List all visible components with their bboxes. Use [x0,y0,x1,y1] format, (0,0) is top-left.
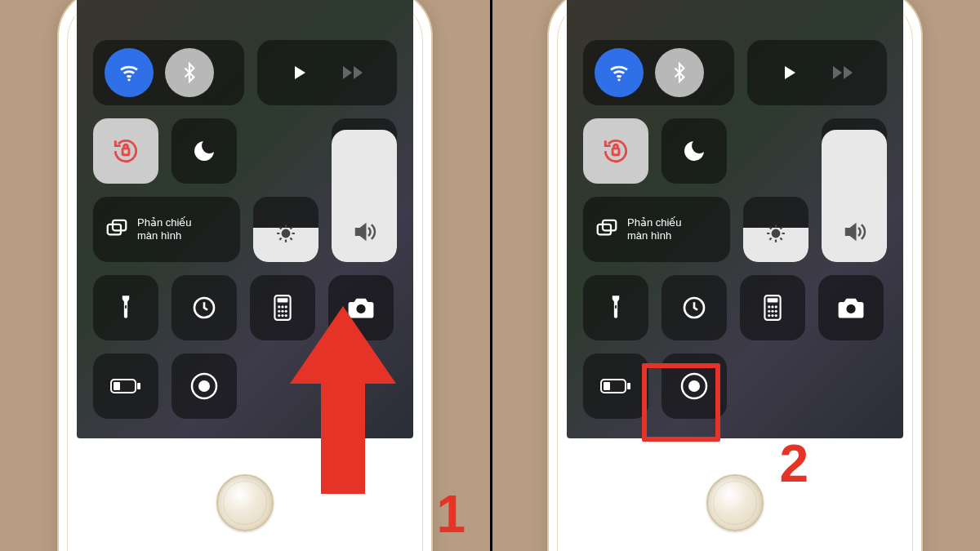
svg-point-33 [768,305,770,308]
calculator-icon [762,295,783,321]
svg-rect-27 [603,220,616,231]
rotation-lock-toggle[interactable] [583,118,648,184]
do-not-disturb-toggle[interactable] [662,118,727,184]
svg-rect-25 [612,149,619,155]
step-panel-1: Phản chiếu màn hình [0,0,490,551]
low-power-button[interactable] [583,353,648,419]
flashlight-icon [115,294,136,322]
svg-point-34 [771,305,773,308]
do-not-disturb-toggle[interactable] [172,118,237,184]
volume-slider[interactable] [822,118,887,262]
svg-rect-26 [598,224,611,235]
screen-mirror-label: Phản chiếu màn hình [627,216,682,242]
svg-point-14 [285,310,287,313]
play-icon[interactable] [289,63,309,82]
calculator-button[interactable] [740,275,805,340]
svg-rect-3 [113,220,126,231]
brightness-slider[interactable] [253,197,318,262]
screen-mirroring-button[interactable]: Phản chiếu màn hình [93,197,240,262]
brightness-slider[interactable] [743,197,808,262]
volume-slider[interactable] [332,118,397,262]
rotation-lock-toggle[interactable] [93,118,158,184]
moon-icon [191,138,217,164]
control-center[interactable]: Phản chiếu màn hình [567,0,903,438]
svg-rect-32 [768,298,778,302]
svg-point-37 [771,310,773,313]
moon-icon [681,138,707,164]
svg-rect-1 [122,149,129,155]
swipe-up-arrow [290,306,396,494]
svg-point-38 [775,310,777,313]
svg-point-39 [768,314,770,317]
wifi-toggle[interactable] [105,48,154,97]
bluetooth-toggle[interactable] [655,48,704,97]
camera-icon [837,296,865,319]
svg-rect-29 [615,305,617,309]
low-power-icon [109,377,142,395]
timer-button[interactable] [662,275,727,340]
volume-icon [842,220,866,244]
svg-rect-20 [137,383,140,389]
bluetooth-toggle[interactable] [165,48,214,97]
flashlight-button[interactable] [93,275,158,340]
home-button[interactable] [216,474,274,531]
svg-point-9 [278,305,280,308]
wifi-toggle[interactable] [595,48,644,97]
forward-icon[interactable] [341,63,366,82]
svg-point-11 [285,305,287,308]
screen-record-icon [189,371,219,401]
screen-mirror-label: Phản chiếu màn hình [137,216,192,242]
step-number-1: 1 [436,484,466,544]
svg-point-4 [283,230,290,238]
screen-mirroring-button[interactable]: Phản chiếu màn hình [583,197,730,262]
svg-point-15 [278,314,280,317]
svg-rect-2 [108,224,121,235]
play-icon[interactable] [779,63,799,82]
svg-point-13 [281,310,283,313]
flashlight-button[interactable] [583,275,648,340]
timer-icon [681,295,707,321]
svg-point-41 [775,314,777,317]
svg-point-35 [775,305,777,308]
step-panel-2: Phản chiếu màn hình [490,0,980,551]
home-button[interactable] [706,474,764,531]
volume-icon [352,220,376,244]
panel-divider [490,0,492,551]
media-controls[interactable] [747,40,887,105]
svg-point-28 [773,230,780,238]
rotation-lock-icon [600,136,631,167]
wifi-icon [117,60,141,85]
screen-record-highlight [642,363,720,442]
svg-point-17 [285,314,287,317]
step-number-2: 2 [779,433,808,494]
connectivity-group[interactable] [583,40,734,105]
bluetooth-icon [669,62,690,83]
connectivity-group[interactable] [93,40,244,105]
svg-point-42 [846,304,855,313]
bluetooth-icon [179,62,200,83]
brightness-icon [765,223,786,244]
screen-record-button[interactable] [172,353,237,419]
svg-rect-21 [114,382,120,390]
wifi-icon [607,60,631,85]
iphone-device: Phản chiếu màn hình [547,0,923,551]
svg-point-12 [278,310,280,313]
timer-button[interactable] [172,275,237,340]
screen-mirror-icon [105,217,129,242]
svg-point-36 [768,310,770,313]
low-power-icon [599,377,632,395]
brightness-icon [275,223,296,244]
svg-rect-45 [604,382,610,390]
low-power-button[interactable] [93,353,158,419]
screen-mirror-icon [595,217,619,242]
svg-point-23 [198,380,210,392]
timer-icon [191,295,217,321]
media-controls[interactable] [257,40,397,105]
rotation-lock-icon [110,136,141,167]
forward-icon[interactable] [831,63,856,82]
svg-rect-5 [125,305,127,309]
svg-rect-8 [278,298,288,302]
camera-button[interactable] [818,275,884,340]
svg-point-10 [281,305,283,308]
flashlight-icon [605,294,626,322]
